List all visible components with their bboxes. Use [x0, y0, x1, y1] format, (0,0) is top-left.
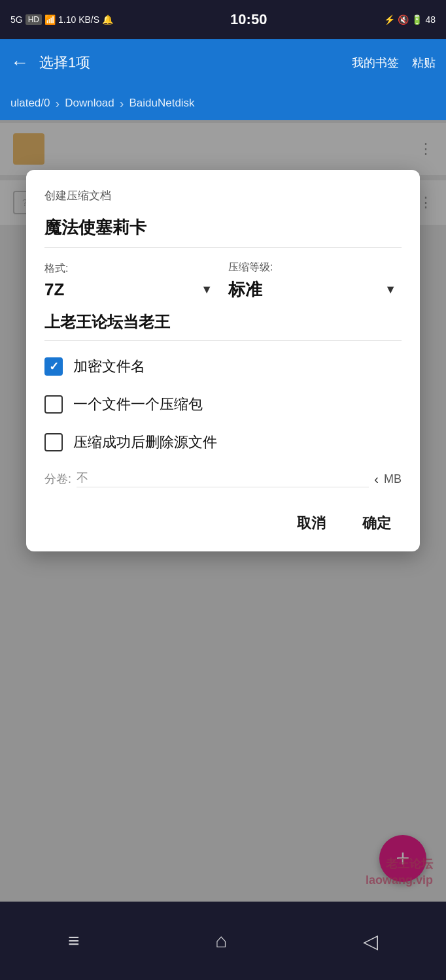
status-left: 5G HD 📶 1.10 KB/S 🔔	[10, 14, 113, 25]
breadcrumb: ulated/0 › Download › BaiduNetdisk	[0, 86, 446, 120]
encrypt-filename-label: 加密文件名	[73, 357, 145, 376]
battery-icon: 🔋	[411, 14, 422, 25]
level-group: 压缩等级: 标准 ▼	[228, 261, 402, 301]
split-volume-row: 分卷: ‹ MB	[44, 470, 402, 493]
delete-source-checkbox[interactable]	[44, 433, 63, 451]
format-label: 格式:	[44, 262, 218, 276]
bluetooth-icon: ⚡	[384, 14, 395, 25]
cancel-button[interactable]: 取消	[286, 508, 336, 538]
signal-icon: 5G	[10, 14, 23, 25]
level-value: 标准	[228, 278, 262, 301]
hd-badge: HD	[26, 14, 42, 25]
bottom-nav: ≡ ⌂ ◁	[0, 902, 446, 980]
format-group: 格式: 7Z ▼	[44, 262, 218, 300]
breadcrumb-sep2: ›	[120, 96, 124, 111]
back-button[interactable]: ←	[10, 52, 29, 73]
dialog-actions: 取消 确定	[44, 508, 402, 538]
format-select[interactable]: 7Z ▼	[44, 280, 218, 300]
level-select[interactable]: 标准 ▼	[228, 278, 402, 301]
split-arrow[interactable]: ‹	[374, 472, 379, 487]
breadcrumb-sep1: ›	[56, 96, 60, 111]
mute-icon: 🔇	[398, 14, 409, 25]
filename-field[interactable]: 魔法使塞莉卡	[44, 216, 402, 248]
breadcrumb-part3[interactable]: BaiduNetdisk	[129, 97, 194, 110]
app-bar-actions: 我的书签 粘贴	[352, 55, 436, 71]
nav-menu-icon[interactable]: ≡	[68, 930, 80, 952]
notification-icons: 🔔	[102, 14, 113, 25]
split-label: 分卷:	[44, 471, 71, 487]
app-bar-title: 选择1项	[39, 53, 341, 73]
nav-home-icon[interactable]: ⌂	[215, 930, 227, 952]
wifi-icon: 📶	[44, 14, 56, 25]
format-value: 7Z	[44, 280, 64, 300]
one-file-per-archive-row: 一个文件一个压缩包	[44, 395, 402, 414]
breadcrumb-part2[interactable]: Download	[65, 97, 114, 110]
level-dropdown-arrow: ▼	[385, 283, 396, 297]
split-unit: MB	[384, 472, 402, 486]
status-bar: 5G HD 📶 1.10 KB/S 🔔 10:50 ⚡ 🔇 🔋 48	[0, 0, 446, 39]
dialog-title: 创建压缩文档	[44, 188, 402, 203]
app-bar: ← 选择1项 我的书签 粘贴	[0, 39, 446, 86]
status-right: ⚡ 🔇 🔋 48	[384, 14, 436, 25]
status-time: 10:50	[230, 11, 267, 28]
confirm-button[interactable]: 确定	[352, 508, 402, 538]
breadcrumb-part1[interactable]: ulated/0	[10, 97, 50, 110]
speed-text: 1.10 KB/S	[58, 14, 99, 25]
nav-back-icon[interactable]: ◁	[363, 930, 378, 953]
paste-button[interactable]: 粘贴	[412, 55, 436, 71]
checkmark-icon: ✓	[49, 359, 59, 374]
delete-after-compress-row: 压缩成功后删除源文件	[44, 433, 402, 452]
bookmark-button[interactable]: 我的书签	[352, 55, 399, 71]
password-field[interactable]: 上老王论坛当老王	[44, 312, 402, 341]
one-file-checkbox[interactable]	[44, 395, 63, 414]
format-dropdown-arrow: ▼	[201, 283, 213, 297]
battery-text: 48	[425, 14, 436, 25]
split-input[interactable]	[77, 470, 369, 487]
create-archive-dialog: 创建压缩文档 魔法使塞莉卡 格式: 7Z ▼ 压缩等级: 标准 ▼ 上老王论坛当…	[26, 170, 420, 551]
delete-source-label: 压缩成功后删除源文件	[73, 433, 217, 452]
level-label: 压缩等级:	[228, 261, 402, 274]
format-level-row: 格式: 7Z ▼ 压缩等级: 标准 ▼	[44, 261, 402, 301]
encrypt-filename-row: ✓ 加密文件名	[44, 357, 402, 376]
encrypt-filename-checkbox[interactable]: ✓	[44, 357, 63, 376]
one-file-label: 一个文件一个压缩包	[73, 395, 203, 414]
